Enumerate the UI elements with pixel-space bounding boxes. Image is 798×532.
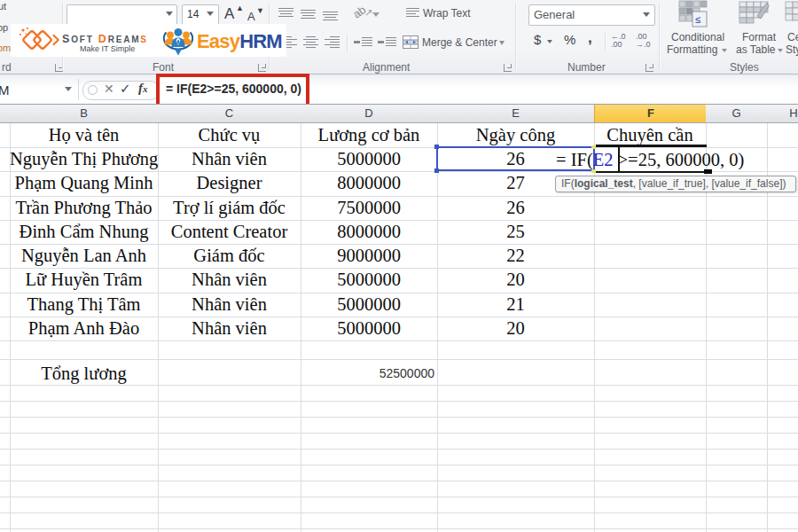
svg-text:≤: ≤ (695, 14, 700, 25)
